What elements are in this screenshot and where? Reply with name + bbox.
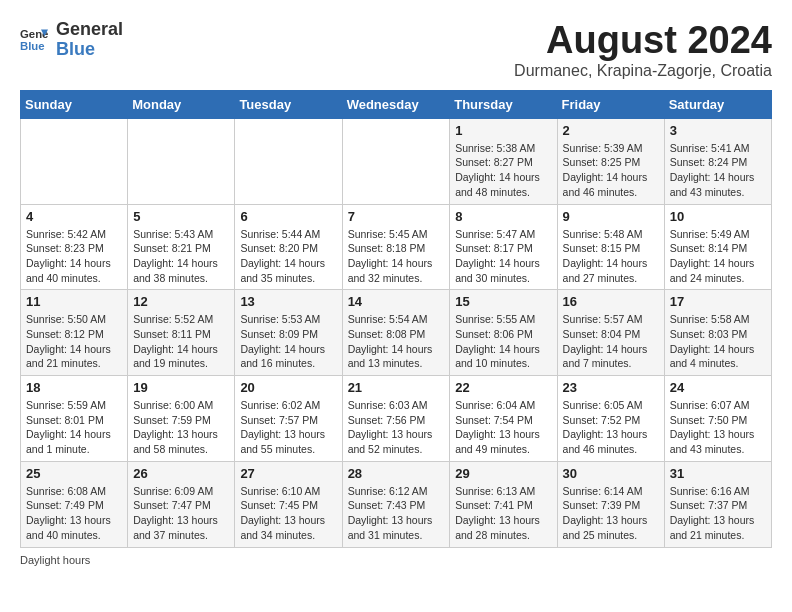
calendar-cell: 23Sunrise: 6:05 AM Sunset: 7:52 PM Dayli…	[557, 376, 664, 462]
day-info: Sunrise: 5:41 AM Sunset: 8:24 PM Dayligh…	[670, 141, 766, 200]
day-number: 2	[563, 123, 659, 138]
day-info: Sunrise: 5:55 AM Sunset: 8:06 PM Dayligh…	[455, 312, 551, 371]
day-number: 22	[455, 380, 551, 395]
calendar-cell: 19Sunrise: 6:00 AM Sunset: 7:59 PM Dayli…	[128, 376, 235, 462]
day-info: Sunrise: 6:14 AM Sunset: 7:39 PM Dayligh…	[563, 484, 659, 543]
day-info: Sunrise: 5:54 AM Sunset: 8:08 PM Dayligh…	[348, 312, 445, 371]
day-info: Sunrise: 5:52 AM Sunset: 8:11 PM Dayligh…	[133, 312, 229, 371]
day-info: Sunrise: 6:04 AM Sunset: 7:54 PM Dayligh…	[455, 398, 551, 457]
day-info: Sunrise: 6:10 AM Sunset: 7:45 PM Dayligh…	[240, 484, 336, 543]
day-info: Sunrise: 5:59 AM Sunset: 8:01 PM Dayligh…	[26, 398, 122, 457]
day-number: 13	[240, 294, 336, 309]
weekday-header-tuesday: Tuesday	[235, 90, 342, 118]
calendar-cell: 27Sunrise: 6:10 AM Sunset: 7:45 PM Dayli…	[235, 461, 342, 547]
calendar-cell: 17Sunrise: 5:58 AM Sunset: 8:03 PM Dayli…	[664, 290, 771, 376]
day-number: 29	[455, 466, 551, 481]
day-info: Sunrise: 6:12 AM Sunset: 7:43 PM Dayligh…	[348, 484, 445, 543]
title-block: August 2024 Durmanec, Krapina-Zagorje, C…	[514, 20, 772, 80]
calendar-cell: 26Sunrise: 6:09 AM Sunset: 7:47 PM Dayli…	[128, 461, 235, 547]
calendar-cell: 30Sunrise: 6:14 AM Sunset: 7:39 PM Dayli…	[557, 461, 664, 547]
calendar-cell: 14Sunrise: 5:54 AM Sunset: 8:08 PM Dayli…	[342, 290, 450, 376]
calendar-cell: 4Sunrise: 5:42 AM Sunset: 8:23 PM Daylig…	[21, 204, 128, 290]
day-number: 31	[670, 466, 766, 481]
day-info: Sunrise: 5:47 AM Sunset: 8:17 PM Dayligh…	[455, 227, 551, 286]
day-info: Sunrise: 5:50 AM Sunset: 8:12 PM Dayligh…	[26, 312, 122, 371]
day-number: 10	[670, 209, 766, 224]
day-number: 11	[26, 294, 122, 309]
day-number: 7	[348, 209, 445, 224]
calendar-cell	[235, 118, 342, 204]
day-info: Sunrise: 5:42 AM Sunset: 8:23 PM Dayligh…	[26, 227, 122, 286]
day-info: Sunrise: 6:00 AM Sunset: 7:59 PM Dayligh…	[133, 398, 229, 457]
weekday-header-thursday: Thursday	[450, 90, 557, 118]
day-number: 16	[563, 294, 659, 309]
weekday-header-wednesday: Wednesday	[342, 90, 450, 118]
calendar-cell: 31Sunrise: 6:16 AM Sunset: 7:37 PM Dayli…	[664, 461, 771, 547]
footer-note: Daylight hours	[20, 554, 772, 566]
calendar-cell: 28Sunrise: 6:12 AM Sunset: 7:43 PM Dayli…	[342, 461, 450, 547]
calendar-cell: 1Sunrise: 5:38 AM Sunset: 8:27 PM Daylig…	[450, 118, 557, 204]
day-info: Sunrise: 5:53 AM Sunset: 8:09 PM Dayligh…	[240, 312, 336, 371]
day-number: 6	[240, 209, 336, 224]
weekday-header-friday: Friday	[557, 90, 664, 118]
day-number: 14	[348, 294, 445, 309]
calendar-cell	[128, 118, 235, 204]
day-number: 21	[348, 380, 445, 395]
weekday-header-monday: Monday	[128, 90, 235, 118]
calendar-cell: 13Sunrise: 5:53 AM Sunset: 8:09 PM Dayli…	[235, 290, 342, 376]
calendar-cell: 2Sunrise: 5:39 AM Sunset: 8:25 PM Daylig…	[557, 118, 664, 204]
day-number: 23	[563, 380, 659, 395]
day-info: Sunrise: 6:02 AM Sunset: 7:57 PM Dayligh…	[240, 398, 336, 457]
svg-text:Blue: Blue	[20, 39, 45, 51]
day-info: Sunrise: 5:44 AM Sunset: 8:20 PM Dayligh…	[240, 227, 336, 286]
calendar-cell: 20Sunrise: 6:02 AM Sunset: 7:57 PM Dayli…	[235, 376, 342, 462]
day-info: Sunrise: 6:13 AM Sunset: 7:41 PM Dayligh…	[455, 484, 551, 543]
day-info: Sunrise: 5:43 AM Sunset: 8:21 PM Dayligh…	[133, 227, 229, 286]
month-title: August 2024	[514, 20, 772, 62]
day-info: Sunrise: 5:39 AM Sunset: 8:25 PM Dayligh…	[563, 141, 659, 200]
calendar-cell: 9Sunrise: 5:48 AM Sunset: 8:15 PM Daylig…	[557, 204, 664, 290]
page-header: General Blue General Blue August 2024 Du…	[20, 20, 772, 80]
day-number: 20	[240, 380, 336, 395]
day-number: 15	[455, 294, 551, 309]
calendar-cell: 24Sunrise: 6:07 AM Sunset: 7:50 PM Dayli…	[664, 376, 771, 462]
day-number: 17	[670, 294, 766, 309]
calendar-cell	[342, 118, 450, 204]
day-number: 5	[133, 209, 229, 224]
day-info: Sunrise: 6:08 AM Sunset: 7:49 PM Dayligh…	[26, 484, 122, 543]
logo: General Blue General Blue	[20, 20, 123, 60]
day-info: Sunrise: 6:09 AM Sunset: 7:47 PM Dayligh…	[133, 484, 229, 543]
calendar-cell: 16Sunrise: 5:57 AM Sunset: 8:04 PM Dayli…	[557, 290, 664, 376]
day-info: Sunrise: 5:49 AM Sunset: 8:14 PM Dayligh…	[670, 227, 766, 286]
calendar-cell: 29Sunrise: 6:13 AM Sunset: 7:41 PM Dayli…	[450, 461, 557, 547]
weekday-header-saturday: Saturday	[664, 90, 771, 118]
calendar-cell: 25Sunrise: 6:08 AM Sunset: 7:49 PM Dayli…	[21, 461, 128, 547]
day-number: 18	[26, 380, 122, 395]
day-number: 24	[670, 380, 766, 395]
day-number: 1	[455, 123, 551, 138]
logo-blue-text: Blue	[56, 40, 123, 60]
calendar-cell: 15Sunrise: 5:55 AM Sunset: 8:06 PM Dayli…	[450, 290, 557, 376]
calendar-cell: 22Sunrise: 6:04 AM Sunset: 7:54 PM Dayli…	[450, 376, 557, 462]
day-number: 4	[26, 209, 122, 224]
day-info: Sunrise: 6:03 AM Sunset: 7:56 PM Dayligh…	[348, 398, 445, 457]
day-number: 19	[133, 380, 229, 395]
day-number: 26	[133, 466, 229, 481]
logo-general-text: General	[56, 20, 123, 40]
logo-icon: General Blue	[20, 26, 48, 54]
weekday-header-sunday: Sunday	[21, 90, 128, 118]
calendar-cell: 8Sunrise: 5:47 AM Sunset: 8:17 PM Daylig…	[450, 204, 557, 290]
day-info: Sunrise: 5:58 AM Sunset: 8:03 PM Dayligh…	[670, 312, 766, 371]
calendar-cell	[21, 118, 128, 204]
day-number: 25	[26, 466, 122, 481]
calendar-cell: 3Sunrise: 5:41 AM Sunset: 8:24 PM Daylig…	[664, 118, 771, 204]
calendar-cell: 21Sunrise: 6:03 AM Sunset: 7:56 PM Dayli…	[342, 376, 450, 462]
day-number: 30	[563, 466, 659, 481]
day-info: Sunrise: 5:48 AM Sunset: 8:15 PM Dayligh…	[563, 227, 659, 286]
calendar-cell: 7Sunrise: 5:45 AM Sunset: 8:18 PM Daylig…	[342, 204, 450, 290]
calendar-table: SundayMondayTuesdayWednesdayThursdayFrid…	[20, 90, 772, 548]
calendar-cell: 10Sunrise: 5:49 AM Sunset: 8:14 PM Dayli…	[664, 204, 771, 290]
day-info: Sunrise: 6:05 AM Sunset: 7:52 PM Dayligh…	[563, 398, 659, 457]
day-number: 12	[133, 294, 229, 309]
day-info: Sunrise: 5:45 AM Sunset: 8:18 PM Dayligh…	[348, 227, 445, 286]
